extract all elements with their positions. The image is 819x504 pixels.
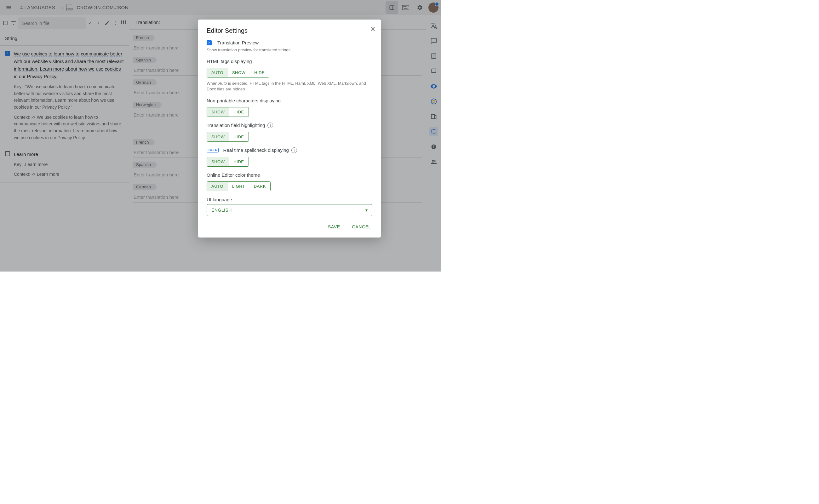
html-auto-button[interactable]: AUTO [207, 68, 228, 77]
theme-auto-button[interactable]: AUTO [207, 182, 228, 191]
spellcheck-segment: SHOW HIDE [207, 157, 249, 167]
info-icon[interactable]: i [291, 147, 297, 153]
html-tags-segment: AUTO SHOW HIDE [207, 68, 269, 77]
nonprintable-title: Non-printable characters displaying [207, 98, 372, 103]
save-button[interactable]: SAVE [327, 222, 341, 232]
theme-segment: AUTO LIGHT DARK [207, 181, 271, 191]
nonprintable-segment: SHOW HIDE [207, 107, 249, 117]
beta-badge: BETA [207, 148, 219, 152]
chevron-down-icon: ▾ [365, 208, 368, 213]
np-hide-button[interactable]: HIDE [229, 107, 248, 117]
highlight-title: Translation field highlighting [207, 123, 265, 128]
sc-hide-button[interactable]: HIDE [229, 157, 248, 166]
modal-title: Editor Settings [207, 27, 372, 34]
theme-dark-button[interactable]: DARK [249, 182, 270, 191]
hl-show-button[interactable]: SHOW [207, 132, 229, 141]
highlight-segment: SHOW HIDE [207, 132, 249, 142]
hl-hide-button[interactable]: HIDE [229, 132, 248, 141]
close-icon[interactable]: ✕ [370, 25, 375, 33]
html-hide-button[interactable]: HIDE [250, 68, 269, 77]
theme-title: Online Editor color theme [207, 172, 372, 178]
html-show-button[interactable]: SHOW [228, 68, 250, 77]
theme-light-button[interactable]: LIGHT [228, 182, 249, 191]
preview-desc: Show translation preview for translated … [207, 47, 372, 53]
preview-label: Translation Preview [217, 40, 259, 45]
editor-settings-modal: Editor Settings ✕ ✓ Translation Preview … [198, 20, 381, 238]
uilang-title: UI language [207, 197, 372, 202]
preview-checkbox[interactable]: ✓ [207, 40, 212, 45]
cancel-button[interactable]: CANCEL [351, 222, 372, 232]
spellcheck-title: Real time spellcheck displaying [223, 147, 289, 153]
html-tags-title: HTML tags displaying [207, 59, 372, 64]
html-tags-note: When Auto is selected, HTML tags in the … [207, 81, 372, 92]
info-icon[interactable]: i [267, 123, 273, 128]
sc-show-button[interactable]: SHOW [207, 157, 229, 166]
uilang-select[interactable]: ENGLISH▾ [207, 204, 372, 216]
np-show-button[interactable]: SHOW [207, 107, 229, 117]
